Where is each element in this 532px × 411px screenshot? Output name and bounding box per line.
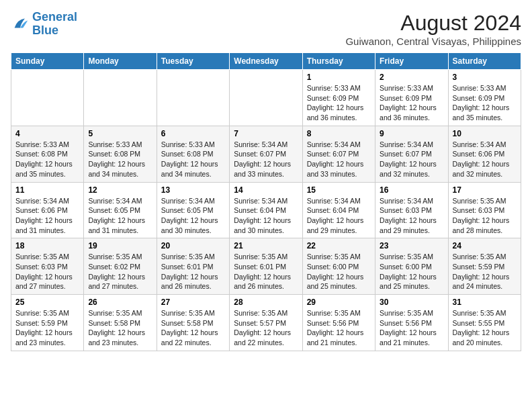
day-info: Sunrise: 5:35 AM Sunset: 6:00 PM Dayligh…	[380, 252, 443, 291]
day-number: 29	[307, 298, 371, 307]
day-number: 22	[307, 241, 371, 250]
day-info: Sunrise: 5:35 AM Sunset: 5:55 PM Dayligh…	[453, 308, 517, 348]
calendar-title: August 2024	[345, 11, 521, 36]
header-sunday: Sunday	[11, 53, 84, 70]
calendar-table: SundayMondayTuesdayWednesdayThursdayFrid…	[11, 52, 521, 351]
calendar-cell-3-4: 22Sunrise: 5:35 AM Sunset: 6:00 PM Dayli…	[302, 238, 375, 295]
day-info: Sunrise: 5:35 AM Sunset: 6:01 PM Dayligh…	[161, 252, 225, 291]
day-number: 27	[161, 298, 225, 307]
day-number: 25	[15, 298, 79, 307]
day-info: Sunrise: 5:34 AM Sunset: 6:04 PM Dayligh…	[234, 196, 298, 236]
calendar-cell-4-6: 31Sunrise: 5:35 AM Sunset: 5:55 PM Dayli…	[448, 295, 521, 351]
calendar-cell-4-4: 29Sunrise: 5:35 AM Sunset: 5:56 PM Dayli…	[302, 295, 375, 351]
calendar-cell-0-0	[11, 70, 84, 126]
day-info: Sunrise: 5:35 AM Sunset: 5:59 PM Dayligh…	[453, 252, 517, 291]
header-friday: Friday	[375, 53, 448, 70]
calendar-cell-0-4: 1Sunrise: 5:33 AM Sunset: 6:09 PM Daylig…	[302, 70, 375, 126]
calendar-cell-4-5: 30Sunrise: 5:35 AM Sunset: 5:56 PM Dayli…	[375, 295, 448, 351]
day-info: Sunrise: 5:33 AM Sunset: 6:08 PM Dayligh…	[15, 140, 79, 179]
calendar-cell-4-3: 28Sunrise: 5:35 AM Sunset: 5:57 PM Dayli…	[230, 295, 302, 351]
calendar-cell-2-4: 15Sunrise: 5:34 AM Sunset: 6:04 PM Dayli…	[302, 182, 375, 238]
calendar-cell-0-2	[157, 70, 229, 126]
day-number: 18	[15, 241, 79, 250]
calendar-cell-3-6: 24Sunrise: 5:35 AM Sunset: 5:59 PM Dayli…	[448, 238, 521, 295]
day-info: Sunrise: 5:35 AM Sunset: 6:03 PM Dayligh…	[15, 252, 79, 291]
calendar-cell-4-0: 25Sunrise: 5:35 AM Sunset: 5:59 PM Dayli…	[11, 295, 84, 351]
day-number: 10	[453, 129, 517, 138]
calendar-week-3: 18Sunrise: 5:35 AM Sunset: 6:03 PM Dayli…	[11, 238, 521, 295]
day-number: 24	[453, 241, 517, 250]
day-number: 19	[88, 241, 152, 250]
day-info: Sunrise: 5:35 AM Sunset: 5:59 PM Dayligh…	[15, 308, 79, 348]
day-number: 1	[307, 73, 371, 82]
header-thursday: Thursday	[302, 53, 375, 70]
day-number: 16	[380, 185, 443, 195]
calendar-subtitle: Guiwanon, Central Visayas, Philippines	[345, 36, 521, 47]
calendar-week-2: 11Sunrise: 5:34 AM Sunset: 6:06 PM Dayli…	[11, 182, 521, 238]
day-number: 3	[453, 73, 517, 82]
calendar-cell-2-5: 16Sunrise: 5:34 AM Sunset: 6:03 PM Dayli…	[375, 182, 448, 238]
day-number: 30	[380, 298, 443, 307]
calendar-cell-1-0: 4Sunrise: 5:33 AM Sunset: 6:08 PM Daylig…	[11, 126, 84, 182]
day-info: Sunrise: 5:35 AM Sunset: 5:56 PM Dayligh…	[380, 308, 443, 348]
calendar-cell-2-1: 12Sunrise: 5:34 AM Sunset: 6:05 PM Dayli…	[84, 182, 157, 238]
day-info: Sunrise: 5:33 AM Sunset: 6:09 PM Dayligh…	[307, 83, 371, 123]
calendar-cell-1-5: 9Sunrise: 5:34 AM Sunset: 6:07 PM Daylig…	[375, 126, 448, 182]
day-number: 17	[453, 185, 517, 195]
day-info: Sunrise: 5:33 AM Sunset: 6:09 PM Dayligh…	[453, 83, 517, 123]
day-number: 7	[234, 129, 298, 138]
day-number: 15	[307, 185, 371, 195]
day-number: 13	[161, 185, 225, 195]
day-info: Sunrise: 5:34 AM Sunset: 6:04 PM Dayligh…	[307, 196, 371, 236]
calendar-cell-2-3: 14Sunrise: 5:34 AM Sunset: 6:04 PM Dayli…	[230, 182, 302, 238]
day-number: 4	[15, 129, 79, 138]
calendar-cell-2-2: 13Sunrise: 5:34 AM Sunset: 6:05 PM Dayli…	[157, 182, 229, 238]
calendar-cell-0-5: 2Sunrise: 5:33 AM Sunset: 6:09 PM Daylig…	[375, 70, 448, 126]
calendar-cell-2-6: 17Sunrise: 5:35 AM Sunset: 6:03 PM Dayli…	[448, 182, 521, 238]
day-number: 6	[161, 129, 225, 138]
calendar-cell-1-4: 8Sunrise: 5:34 AM Sunset: 6:07 PM Daylig…	[302, 126, 375, 182]
title-block: August 2024 Guiwanon, Central Visayas, P…	[345, 11, 521, 47]
header-wednesday: Wednesday	[230, 53, 302, 70]
calendar-week-4: 25Sunrise: 5:35 AM Sunset: 5:59 PM Dayli…	[11, 295, 521, 351]
day-info: Sunrise: 5:35 AM Sunset: 6:01 PM Dayligh…	[234, 252, 298, 291]
calendar-cell-3-2: 20Sunrise: 5:35 AM Sunset: 6:01 PM Dayli…	[157, 238, 229, 295]
calendar-cell-3-1: 19Sunrise: 5:35 AM Sunset: 6:02 PM Dayli…	[84, 238, 157, 295]
day-number: 12	[88, 185, 152, 195]
header-tuesday: Tuesday	[157, 53, 229, 70]
calendar-cell-3-0: 18Sunrise: 5:35 AM Sunset: 6:03 PM Dayli…	[11, 238, 84, 295]
day-number: 9	[380, 129, 443, 138]
logo-line1: General	[32, 10, 77, 24]
logo-icon	[11, 15, 30, 34]
logo: General Blue	[11, 11, 77, 38]
day-info: Sunrise: 5:33 AM Sunset: 6:08 PM Dayligh…	[88, 140, 152, 179]
day-info: Sunrise: 5:35 AM Sunset: 6:03 PM Dayligh…	[453, 196, 517, 236]
logo-line2: Blue	[32, 24, 58, 37]
day-info: Sunrise: 5:33 AM Sunset: 6:09 PM Dayligh…	[380, 83, 443, 123]
day-number: 28	[234, 298, 298, 307]
header-saturday: Saturday	[448, 53, 521, 70]
calendar-cell-1-6: 10Sunrise: 5:34 AM Sunset: 6:06 PM Dayli…	[448, 126, 521, 182]
day-info: Sunrise: 5:34 AM Sunset: 6:06 PM Dayligh…	[453, 140, 517, 179]
day-info: Sunrise: 5:35 AM Sunset: 5:56 PM Dayligh…	[307, 308, 371, 348]
day-info: Sunrise: 5:35 AM Sunset: 5:57 PM Dayligh…	[234, 308, 298, 348]
day-info: Sunrise: 5:35 AM Sunset: 6:00 PM Dayligh…	[307, 252, 371, 291]
page-header: General Blue August 2024 Guiwanon, Centr…	[11, 11, 521, 47]
day-info: Sunrise: 5:34 AM Sunset: 6:05 PM Dayligh…	[88, 196, 152, 236]
calendar-week-1: 4Sunrise: 5:33 AM Sunset: 6:08 PM Daylig…	[11, 126, 521, 182]
calendar-cell-4-1: 26Sunrise: 5:35 AM Sunset: 5:58 PM Dayli…	[84, 295, 157, 351]
calendar-cell-3-5: 23Sunrise: 5:35 AM Sunset: 6:00 PM Dayli…	[375, 238, 448, 295]
day-number: 21	[234, 241, 298, 250]
day-info: Sunrise: 5:33 AM Sunset: 6:08 PM Dayligh…	[161, 140, 225, 179]
day-info: Sunrise: 5:34 AM Sunset: 6:06 PM Dayligh…	[15, 196, 79, 236]
day-number: 2	[380, 73, 443, 82]
day-info: Sunrise: 5:34 AM Sunset: 6:07 PM Dayligh…	[380, 140, 443, 179]
day-info: Sunrise: 5:34 AM Sunset: 6:03 PM Dayligh…	[380, 196, 443, 236]
day-number: 26	[88, 298, 152, 307]
calendar-cell-2-0: 11Sunrise: 5:34 AM Sunset: 6:06 PM Dayli…	[11, 182, 84, 238]
day-info: Sunrise: 5:34 AM Sunset: 6:07 PM Dayligh…	[307, 140, 371, 179]
calendar-cell-0-3	[230, 70, 302, 126]
day-number: 11	[15, 185, 79, 195]
calendar-cell-4-2: 27Sunrise: 5:35 AM Sunset: 5:58 PM Dayli…	[157, 295, 229, 351]
header-monday: Monday	[84, 53, 157, 70]
